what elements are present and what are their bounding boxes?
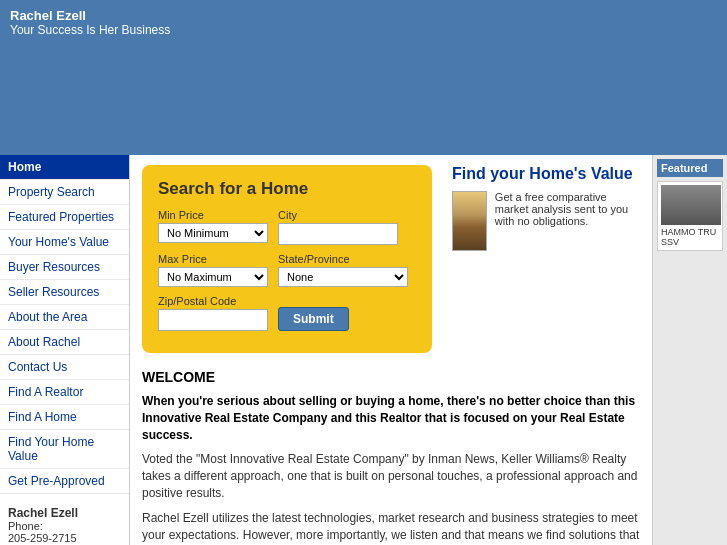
- state-select[interactable]: NoneAlabamaAlaskaArizonaArkansasCaliforn…: [278, 267, 408, 287]
- zip-input[interactable]: [158, 309, 268, 331]
- welcome-heading: WELCOME: [142, 369, 640, 385]
- welcome-para1: Voted the "Most Innovative Real Estate C…: [142, 451, 640, 501]
- sidebar-item-find-a-home[interactable]: Find A Home: [0, 405, 129, 430]
- sidebar-item-contact-us[interactable]: Contact Us: [0, 355, 129, 380]
- home-photo: [452, 191, 487, 251]
- header: Rachel Ezell Your Success Is Her Busines…: [0, 0, 727, 155]
- sidebar-item-find-your-home-value[interactable]: Find Your Home Value: [0, 430, 129, 469]
- zip-label: Zip/Postal Code: [158, 295, 268, 307]
- featured-panel: Featured HAMMO TRUSSV: [652, 155, 727, 545]
- featured-title: Featured: [657, 159, 723, 177]
- city-input[interactable]: [278, 223, 398, 245]
- sidebar-item-find-a-realtor[interactable]: Find A Realtor: [0, 380, 129, 405]
- featured-item-label: HAMMO TRUSSV: [661, 227, 719, 247]
- contact-name: Rachel Ezell: [8, 506, 121, 520]
- max-price-field: Max Price No Maximum$100,000$150,000$200…: [158, 253, 268, 287]
- min-price-field: Min Price No Minimum$50,000$100,000$150,…: [158, 209, 268, 245]
- find-value-section: Find your Home's Value Get a free compar…: [452, 165, 640, 353]
- sidebar-item-about-rachel[interactable]: About Rachel: [0, 330, 129, 355]
- sidebar-contact: Rachel Ezell Phone: 205-259-2715 Mobile:…: [0, 498, 129, 545]
- sidebar-item-home[interactable]: Home: [0, 155, 129, 180]
- main-content: Search for a Home Min Price No Minimum$5…: [130, 155, 652, 545]
- city-field: City: [278, 209, 398, 245]
- sidebar-item-featured-properties[interactable]: Featured Properties: [0, 205, 129, 230]
- sidebar-item-about-the-area[interactable]: About the Area: [0, 305, 129, 330]
- sidebar-item-get-pre-approved[interactable]: Get Pre-Approved: [0, 469, 129, 494]
- max-price-label: Max Price: [158, 253, 268, 265]
- welcome-bold-para: When you're serious about selling or buy…: [142, 393, 640, 443]
- search-heading: Search for a Home: [158, 179, 416, 199]
- min-price-select[interactable]: No Minimum$50,000$100,000$150,000$200,00…: [158, 223, 268, 243]
- contact-phone-label: Phone:: [8, 520, 121, 532]
- find-value-heading: Find your Home's Value: [452, 165, 640, 183]
- site-title: Rachel Ezell: [10, 8, 717, 23]
- state-label: State/Province: [278, 253, 408, 265]
- min-price-label: Min Price: [158, 209, 268, 221]
- sidebar-item-your-home's-value[interactable]: Your Home's Value: [0, 230, 129, 255]
- search-form-box: Search for a Home Min Price No Minimum$5…: [142, 165, 432, 353]
- city-label: City: [278, 209, 398, 221]
- contact-phone: 205-259-2715: [8, 532, 121, 544]
- sidebar-item-property-search[interactable]: Property Search: [0, 180, 129, 205]
- featured-item[interactable]: HAMMO TRUSSV: [657, 181, 723, 251]
- max-price-select[interactable]: No Maximum$100,000$150,000$200,000$250,0…: [158, 267, 268, 287]
- sidebar-item-buyer-resources[interactable]: Buyer Resources: [0, 255, 129, 280]
- sidebar: HomeProperty SearchFeatured PropertiesYo…: [0, 155, 130, 545]
- state-field: State/Province NoneAlabamaAlaskaArizonaA…: [278, 253, 408, 287]
- welcome-para2: Rachel Ezell utilizes the latest technol…: [142, 510, 640, 545]
- zip-field: Zip/Postal Code: [158, 295, 268, 331]
- welcome-section: WELCOME When you're serious about sellin…: [142, 369, 640, 545]
- featured-item-image: [661, 185, 721, 225]
- site-subtitle: Your Success Is Her Business: [10, 23, 717, 37]
- sidebar-item-seller-resources[interactable]: Seller Resources: [0, 280, 129, 305]
- search-submit-button[interactable]: Submit: [278, 307, 349, 331]
- find-value-text: Get a free comparative market analysis s…: [495, 191, 640, 251]
